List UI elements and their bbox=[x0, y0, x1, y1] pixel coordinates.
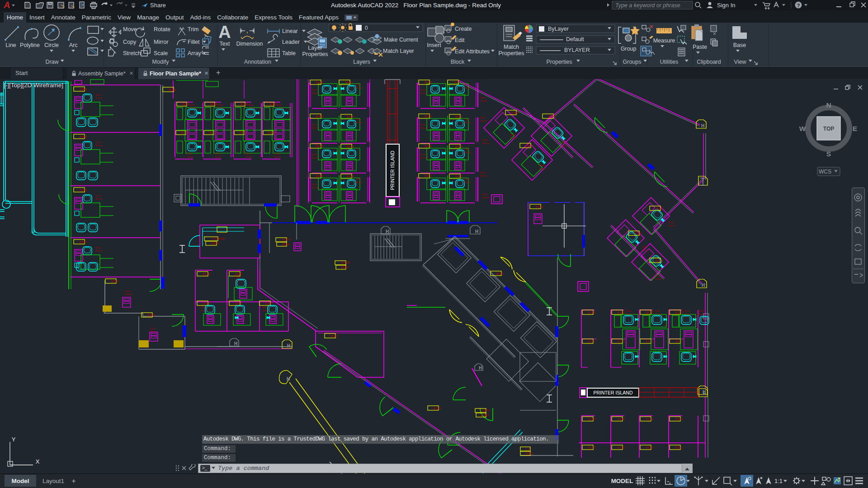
svg-text:Layers: Layers bbox=[353, 59, 370, 65]
svg-text:6048: 6048 bbox=[79, 135, 87, 139]
svg-text:Xxxx: Xxxx bbox=[480, 171, 486, 174]
svg-text:Table: Table bbox=[282, 50, 296, 56]
svg-text:Match Layer: Match Layer bbox=[383, 48, 414, 54]
svg-text:6058: 6058 bbox=[168, 88, 176, 92]
svg-text:Xxxxx: Xxxxx bbox=[561, 145, 568, 147]
svg-text:6136: 6136 bbox=[588, 417, 595, 421]
svg-text:6072: 6072 bbox=[424, 174, 432, 178]
svg-text:Xxxxx: Xxxxx bbox=[655, 313, 661, 315]
svg-text:Xxxxx: Xxxxx bbox=[480, 99, 487, 102]
svg-text:Xxxxx: Xxxxx bbox=[95, 197, 102, 200]
svg-text:Xxxx: Xxxx bbox=[150, 327, 155, 330]
svg-text:Xxxxx: Xxxxx bbox=[245, 155, 252, 158]
svg-text:Xxxxx: Xxxxx bbox=[215, 155, 222, 158]
svg-text:PRINTER ISLAND: PRINTER ISLAND bbox=[594, 390, 633, 395]
svg-text:6022: 6022 bbox=[203, 301, 210, 305]
svg-text:Xxxxx: Xxxxx bbox=[482, 142, 489, 145]
svg-text:COPY: COPY bbox=[281, 238, 291, 242]
svg-text:H: H bbox=[234, 341, 237, 346]
svg-text:6051: 6051 bbox=[181, 131, 189, 135]
svg-text:E: E bbox=[853, 125, 857, 132]
svg-text:Xxxx: Xxxx bbox=[217, 103, 223, 106]
svg-text:Draw: Draw bbox=[45, 59, 59, 65]
svg-text:6053: 6053 bbox=[209, 131, 217, 135]
svg-text:Polyline: Polyline bbox=[20, 42, 40, 48]
svg-text:6075: 6075 bbox=[455, 145, 462, 149]
svg-text:WCS: WCS bbox=[819, 169, 831, 175]
svg-text:Xxxx: Xxxx bbox=[311, 183, 317, 186]
svg-text:A: A bbox=[3, 0, 10, 10]
svg-text:N: N bbox=[826, 101, 831, 109]
svg-text:6066: 6066 bbox=[316, 80, 323, 84]
svg-text:Xxxx: Xxxx bbox=[311, 123, 317, 126]
svg-text:6067: 6067 bbox=[346, 115, 354, 119]
svg-text:6063: 6063 bbox=[346, 174, 354, 178]
svg-text:6025: 6025 bbox=[211, 241, 219, 245]
svg-text:6100: 6100 bbox=[535, 205, 543, 209]
svg-text:Xxxx: Xxxx bbox=[355, 178, 361, 180]
svg-text:6092: 6092 bbox=[525, 144, 533, 148]
svg-text:H: H bbox=[287, 376, 290, 381]
svg-text:Modify: Modify bbox=[152, 59, 170, 65]
svg-text:Xxxx: Xxxx bbox=[420, 153, 425, 156]
svg-text:Xxxx: Xxxx bbox=[189, 103, 195, 106]
svg-text:Default: Default bbox=[566, 36, 584, 42]
svg-text:Xxxxx: Xxxxx bbox=[655, 277, 661, 280]
svg-text:COPY: COPY bbox=[481, 408, 490, 413]
svg-text:Arc: Arc bbox=[69, 42, 78, 48]
svg-text:6122: 6122 bbox=[646, 310, 653, 314]
svg-text:Xxxxx: Xxxxx bbox=[510, 136, 517, 139]
svg-text:6055: 6055 bbox=[239, 131, 247, 135]
svg-text:6062: 6062 bbox=[316, 174, 323, 178]
svg-text:6125: 6125 bbox=[617, 339, 625, 343]
svg-text:6077: 6077 bbox=[455, 115, 462, 119]
svg-text:6135: 6135 bbox=[617, 446, 625, 450]
svg-text:STOR: STOR bbox=[340, 261, 350, 265]
svg-text:Groups: Groups bbox=[623, 59, 642, 65]
svg-text:6069: 6069 bbox=[344, 80, 352, 84]
svg-text:6132: 6132 bbox=[646, 417, 653, 421]
svg-text:Xxxx: Xxxx bbox=[235, 276, 241, 278]
svg-text:Xxxx: Xxxx bbox=[95, 94, 101, 96]
svg-text:Xxxxx: Xxxxx bbox=[464, 151, 471, 154]
svg-text:Scale: Scale bbox=[154, 50, 168, 56]
svg-text:S: S bbox=[826, 150, 831, 158]
svg-text:Leader: Leader bbox=[282, 39, 300, 45]
svg-text:Xxxx: Xxxx bbox=[125, 290, 130, 292]
svg-text:Xxxx: Xxxx bbox=[262, 306, 268, 309]
svg-text:Xxxxx: Xxxxx bbox=[277, 107, 283, 109]
svg-text:Layer: Layer bbox=[308, 45, 322, 51]
svg-text:6020: 6020 bbox=[265, 301, 273, 305]
svg-text:6190: 6190 bbox=[525, 451, 533, 455]
svg-text:Xxxx: Xxxx bbox=[655, 310, 660, 312]
svg-text:Fillet: Fillet bbox=[188, 39, 200, 45]
svg-text:Xxxx: Xxxx bbox=[95, 141, 101, 144]
svg-text:6073: 6073 bbox=[455, 174, 462, 178]
svg-text:?: ? bbox=[797, 3, 800, 8]
svg-text:Xxxxx: Xxxxx bbox=[480, 119, 487, 122]
svg-text:Match: Match bbox=[504, 44, 519, 50]
svg-text:Xxxx: Xxxx bbox=[464, 178, 469, 180]
svg-text:Xxxx: Xxxx bbox=[215, 152, 220, 155]
svg-text:6030: 6030 bbox=[111, 279, 118, 283]
svg-text:6076: 6076 bbox=[424, 80, 432, 84]
svg-text:Edit Attributes: Edit Attributes bbox=[455, 48, 490, 55]
svg-text:Xxxx: Xxxx bbox=[655, 274, 660, 277]
svg-text:Xxxxx: Xxxxx bbox=[311, 156, 318, 159]
svg-text:Xxxxx: Xxxxx bbox=[684, 313, 691, 315]
svg-text:6032: 6032 bbox=[79, 240, 87, 244]
svg-text:A: A bbox=[218, 23, 231, 42]
svg-text:6131: 6131 bbox=[675, 446, 683, 450]
svg-text:Xxxxx: Xxxxx bbox=[311, 127, 318, 129]
svg-text:Xxxx: Xxxx bbox=[311, 153, 317, 156]
svg-text:Xxxx: Xxxx bbox=[277, 103, 282, 106]
svg-text:6052: 6052 bbox=[182, 102, 189, 106]
svg-text:6078: 6078 bbox=[424, 114, 432, 118]
svg-text:Share: Share bbox=[150, 2, 166, 9]
svg-text:PRINTER ISLAND: PRINTER ISLAND bbox=[390, 150, 395, 190]
svg-text:Xxxxx: Xxxxx bbox=[355, 86, 362, 89]
svg-text:6021: 6021 bbox=[235, 301, 242, 305]
svg-text:6002: 6002 bbox=[330, 334, 338, 338]
svg-text:Clipboard: Clipboard bbox=[697, 59, 721, 65]
svg-text:Xxxxx: Xxxxx bbox=[95, 249, 102, 252]
